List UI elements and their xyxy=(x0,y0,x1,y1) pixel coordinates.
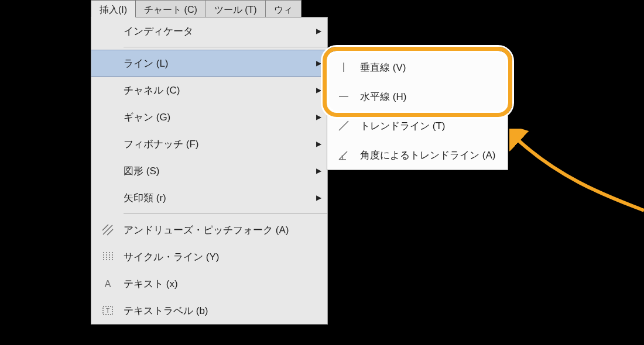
dd-item-channel[interactable]: チャネル (C) ▶ xyxy=(91,77,327,104)
text-label-icon: T xyxy=(91,304,124,317)
dd-item-line[interactable]: ライン (L) ▶ xyxy=(91,50,327,77)
menu-tools[interactable]: ツール (T) xyxy=(205,0,266,18)
svg-text:T: T xyxy=(105,308,109,314)
dd-label: テキストラベル (b) xyxy=(124,304,327,318)
sm-item-horizontal-line[interactable]: 水平線 (H) xyxy=(327,82,508,111)
dd-item-arrows[interactable]: 矢印類 (r) ▶ xyxy=(91,184,327,211)
dd-label: 矢印類 (r) xyxy=(124,191,310,205)
menu-insert[interactable]: 挿入(I) xyxy=(91,0,136,18)
trendline-icon xyxy=(327,119,360,132)
sm-item-vertical-line[interactable]: 垂直線 (V) xyxy=(327,53,508,82)
vertical-line-icon xyxy=(327,61,360,74)
separator xyxy=(124,47,327,47)
text-icon: A xyxy=(91,277,124,290)
sm-label: 水平線 (H) xyxy=(360,90,508,104)
submenu-arrow-icon: ▶ xyxy=(310,140,327,148)
insert-dropdown: インディケータ ▶ ライン (L) ▶ チャネル (C) ▶ ギャン (G) ▶… xyxy=(91,17,328,325)
callout-arrow-icon xyxy=(509,129,644,222)
separator xyxy=(124,213,327,214)
menubar: 挿入(I) チャート (C) ツール (T) ウィ xyxy=(91,0,302,18)
dd-label: ライン (L) xyxy=(124,57,310,70)
dd-item-gann[interactable]: ギャン (G) ▶ xyxy=(91,104,327,130)
line-submenu: 垂直線 (V) 水平線 (H) トレンドライン (T) 角度によるトレンドライン… xyxy=(327,52,508,170)
dd-item-pitchfork[interactable]: アンドリューズ・ピッチフォーク (A) xyxy=(91,216,327,243)
submenu-arrow-icon: ▶ xyxy=(310,113,327,121)
dd-label: ギャン (G) xyxy=(124,111,310,124)
menu-label: チャート (C) xyxy=(144,4,197,16)
dd-label: サイクル・ライン (Y) xyxy=(124,250,327,264)
sm-item-angle-trendline[interactable]: 角度によるトレンドライン (A) xyxy=(327,140,508,170)
submenu-arrow-icon: ▶ xyxy=(310,86,327,94)
submenu-arrow-icon: ▶ xyxy=(310,27,327,35)
submenu-arrow-icon: ▶ xyxy=(310,167,327,175)
submenu-arrow-icon: ▶ xyxy=(310,194,327,202)
pitchfork-icon xyxy=(91,223,124,236)
dd-item-text[interactable]: A テキスト (x) xyxy=(91,270,327,297)
dd-label: チャネル (C) xyxy=(124,84,310,97)
sm-item-trendline[interactable]: トレンドライン (T) xyxy=(327,111,508,140)
sm-label: トレンドライン (T) xyxy=(360,119,508,133)
angle-trendline-icon xyxy=(327,149,360,161)
dd-label: フィボナッチ (F) xyxy=(124,137,310,151)
cycle-lines-icon xyxy=(91,250,124,263)
dd-item-fibonacci[interactable]: フィボナッチ (F) ▶ xyxy=(91,130,327,157)
menu-label: 挿入(I) xyxy=(100,4,127,16)
sm-label: 角度によるトレンドライン (A) xyxy=(360,149,508,162)
menu-chart[interactable]: チャート (C) xyxy=(135,0,206,18)
dd-label: 図形 (S) xyxy=(124,164,310,178)
dd-item-shapes[interactable]: 図形 (S) ▶ xyxy=(91,157,327,184)
dd-item-text-label[interactable]: T テキストラベル (b) xyxy=(91,297,327,324)
dd-item-cycle-lines[interactable]: サイクル・ライン (Y) xyxy=(91,243,327,270)
dd-label: インディケータ xyxy=(124,25,310,38)
dd-label: テキスト (x) xyxy=(124,277,327,291)
sm-label: 垂直線 (V) xyxy=(360,61,508,74)
menu-label: ツール (T) xyxy=(214,4,257,16)
dd-label: アンドリューズ・ピッチフォーク (A) xyxy=(124,223,327,237)
menu-label: ウィ xyxy=(274,4,293,16)
dd-item-indicator[interactable]: インディケータ ▶ xyxy=(91,18,327,44)
horizontal-line-icon xyxy=(327,90,360,103)
svg-text:A: A xyxy=(104,279,111,289)
submenu-arrow-icon: ▶ xyxy=(310,59,327,67)
menu-window-cut[interactable]: ウィ xyxy=(265,0,302,18)
